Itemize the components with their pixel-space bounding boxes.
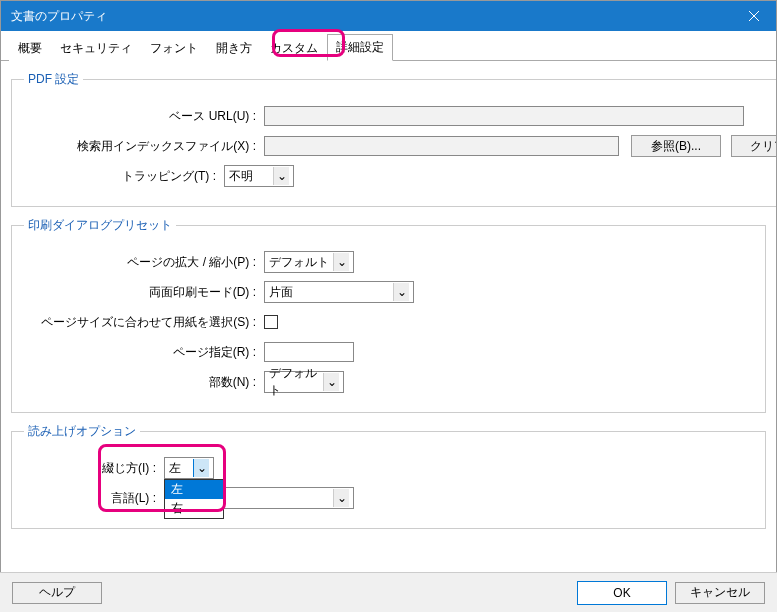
duplex-value: 片面 (269, 284, 389, 301)
chevron-down-icon: ⌄ (333, 253, 349, 271)
tab-security[interactable]: セキュリティ (51, 35, 141, 61)
autofit-label: ページサイズに合わせて用紙を選択(S) : (24, 314, 264, 331)
chevron-down-icon: ⌄ (193, 459, 209, 477)
help-button[interactable]: ヘルプ (12, 582, 102, 604)
lang-label: 言語(L) : (24, 490, 164, 507)
binding-value: 左 (169, 460, 189, 477)
chevron-down-icon: ⌄ (323, 373, 339, 391)
duplex-select[interactable]: 片面 ⌄ (264, 281, 414, 303)
titlebar: 文書のプロパティ (1, 1, 776, 31)
tab-custom[interactable]: カスタム (261, 35, 327, 61)
scale-select[interactable]: デフォルト ⌄ (264, 251, 354, 273)
copies-label: 部数(N) : (24, 374, 264, 391)
content-area: PDF 設定 ベース URL(U) : 検索用インデックスファイル(X) : 参… (1, 61, 776, 549)
print-preset-group: 印刷ダイアログプリセット ページの拡大 / 縮小(P) : デフォルト ⌄ 両面… (11, 217, 766, 413)
window-title: 文書のプロパティ (11, 8, 107, 25)
ok-button[interactable]: OK (577, 581, 667, 605)
tab-summary[interactable]: 概要 (9, 35, 51, 61)
binding-dropdown-list: 左 右 (164, 479, 224, 519)
chevron-down-icon: ⌄ (333, 489, 349, 507)
copies-value: デフォルト (269, 365, 319, 399)
binding-label: 綴じ方(I) : (24, 460, 164, 477)
baseurl-input[interactable] (264, 106, 744, 126)
pdf-settings-legend: PDF 設定 (24, 71, 83, 88)
reading-options-group: 読み上げオプション 綴じ方(I) : 左 ⌄ 左 右 言語(L) : ⌄ (11, 423, 766, 529)
trapping-label: トラッピング(T) : (24, 168, 224, 185)
bottom-bar: ヘルプ OK キャンセル (0, 572, 777, 612)
trapping-select[interactable]: 不明 ⌄ (224, 165, 294, 187)
scale-value: デフォルト (269, 254, 329, 271)
tab-advanced[interactable]: 詳細設定 (327, 34, 393, 61)
trapping-value: 不明 (229, 168, 269, 185)
binding-option-left[interactable]: 左 (165, 480, 223, 499)
cancel-button[interactable]: キャンセル (675, 582, 765, 604)
copies-select[interactable]: デフォルト ⌄ (264, 371, 344, 393)
browse-button[interactable]: 参照(B)... (631, 135, 721, 157)
binding-option-right[interactable]: 右 (165, 499, 223, 518)
tab-bar: 概要 セキュリティ フォント 開き方 カスタム 詳細設定 (1, 31, 776, 61)
index-input[interactable] (264, 136, 619, 156)
chevron-down-icon: ⌄ (273, 167, 289, 185)
autofit-checkbox[interactable] (264, 315, 278, 329)
chevron-down-icon: ⌄ (393, 283, 409, 301)
print-preset-legend: 印刷ダイアログプリセット (24, 217, 176, 234)
index-label: 検索用インデックスファイル(X) : (24, 138, 264, 155)
tab-initial-view[interactable]: 開き方 (207, 35, 261, 61)
close-icon (749, 11, 759, 21)
reading-options-legend: 読み上げオプション (24, 423, 140, 440)
scale-label: ページの拡大 / 縮小(P) : (24, 254, 264, 271)
range-label: ページ指定(R) : (24, 344, 264, 361)
duplex-label: 両面印刷モード(D) : (24, 284, 264, 301)
binding-select[interactable]: 左 ⌄ 左 右 (164, 457, 214, 479)
baseurl-label: ベース URL(U) : (24, 108, 264, 125)
pdf-settings-group: PDF 設定 ベース URL(U) : 検索用インデックスファイル(X) : 参… (11, 71, 777, 207)
close-button[interactable] (731, 1, 776, 31)
tab-fonts[interactable]: フォント (141, 35, 207, 61)
clear-button[interactable]: クリア(C) (731, 135, 777, 157)
range-input[interactable] (264, 342, 354, 362)
